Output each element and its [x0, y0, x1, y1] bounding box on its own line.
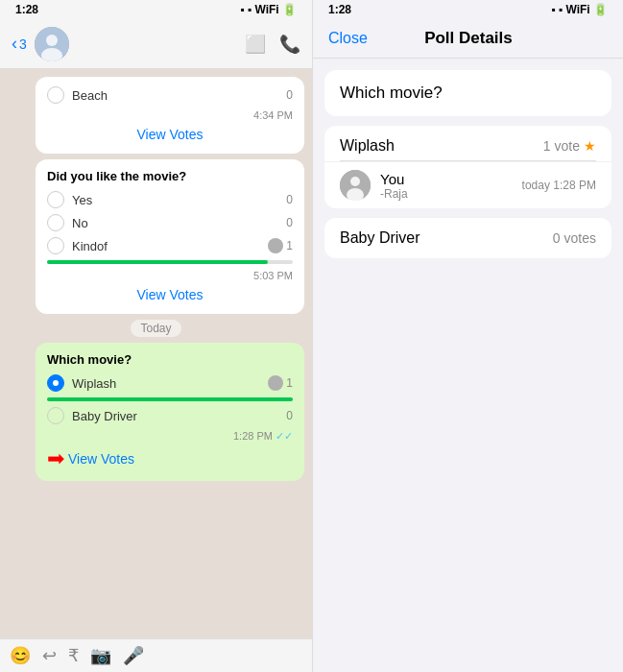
babydriver-count-text: 0 votes — [553, 230, 596, 246]
wiplash-option-header: Wiplash 1 vote ★ — [324, 126, 611, 160]
option-count-wiplash: 1 — [268, 375, 293, 391]
option-label-babydriver: Baby Driver — [72, 409, 137, 423]
wiplash-progress-fill — [47, 397, 293, 401]
poll-details-title: Poll Details — [424, 29, 513, 48]
radio-wiplash — [47, 374, 64, 392]
option-label-yes: Yes — [72, 193, 92, 207]
right-status-icons: ▪ ▪ WiFi 🔋 — [551, 3, 608, 16]
close-button[interactable]: Close — [328, 30, 368, 47]
star-icon: ★ — [584, 138, 596, 154]
poll-option-babydriver[interactable]: Baby Driver 0 — [47, 407, 293, 424]
left-time: 1:28 — [15, 3, 38, 16]
today-divider: Today — [8, 322, 304, 335]
wiplash-user-avatar — [268, 375, 283, 391]
back-button[interactable]: ‹ 3 — [12, 34, 27, 54]
svg-point-4 — [350, 177, 360, 186]
emoji-icon[interactable]: 😊 — [10, 645, 31, 666]
right-time: 1:28 — [328, 3, 351, 16]
chat-input-bar: 😊 ↩ ₹ 📷 🎤 — [0, 638, 312, 672]
msg1-time: 4:34 PM — [47, 109, 293, 121]
camera-icon[interactable]: 📷 — [90, 645, 111, 666]
poll-option-wiplash[interactable]: Wiplash 1 — [47, 374, 293, 392]
voter-name-you: You — [380, 171, 513, 187]
option-count-beach: 0 — [286, 88, 293, 102]
option-count-yes: 0 — [286, 193, 293, 206]
chat-bottom-icons: 😊 ↩ ₹ 📷 🎤 — [10, 645, 144, 666]
chat-messages: Beach 0 4:34 PM View Votes Did you like … — [0, 69, 312, 638]
poll-option-yes[interactable]: Yes 0 — [47, 191, 293, 208]
poll-question-card: Which movie? — [324, 70, 611, 116]
wiplash-count-text: 1 vote — [543, 138, 580, 154]
view-votes-row: ➡ View Votes — [47, 446, 293, 471]
mic-icon[interactable]: 🎤 — [123, 645, 144, 666]
user-avatar-tiny — [268, 238, 283, 253]
babydriver-vote-count: 0 votes — [553, 230, 596, 246]
contact-avatar — [35, 27, 69, 61]
left-status-icons: ▪ ▪ WiFi 🔋 — [240, 3, 297, 16]
green-poll-question: Which movie? — [47, 352, 293, 367]
left-chat-panel: 1:28 ▪ ▪ WiFi 🔋 ‹ 3 ⬜ 📞 Beach 0 — [0, 0, 312, 672]
wiplash-vote-count: 1 vote ★ — [543, 138, 596, 154]
attach-icon[interactable]: ₹ — [68, 645, 79, 666]
poll-message-green: Which movie? Wiplash 1 Baby Driver 0 1:2… — [36, 343, 304, 481]
radio-kindof — [47, 237, 64, 254]
voter-avatar-you — [340, 170, 371, 201]
today-label: Today — [131, 320, 180, 337]
view-votes-btn-1[interactable]: View Votes — [47, 121, 293, 144]
left-status-bar: 1:28 ▪ ▪ WiFi 🔋 — [0, 0, 312, 19]
view-votes-btn-2[interactable]: View Votes — [47, 281, 293, 304]
view-votes-btn-green[interactable]: View Votes — [68, 451, 134, 467]
voter-handle-you: -Raja — [380, 187, 513, 201]
back-count: 3 — [19, 36, 27, 52]
chat-header: ‹ 3 ⬜ 📞 — [0, 19, 312, 69]
radio-no — [47, 214, 64, 231]
poll-message-2: Did you like the movie? Yes 0 No 0 Kindo… — [36, 159, 304, 314]
poll-option-kindof[interactable]: Kindof 1 — [47, 237, 293, 254]
poll-details-content: Which movie? Wiplash 1 vote ★ — [313, 59, 623, 672]
option-label-wiplash: Wiplash — [72, 376, 116, 391]
voter-info-you: You -Raja — [380, 171, 513, 201]
babydriver-option-name: Baby Driver — [340, 229, 420, 247]
radio-babydriver — [47, 407, 64, 424]
option-count-babydriver: 0 — [286, 409, 293, 422]
header-action-icons: ⬜ 📞 — [245, 34, 300, 55]
svg-point-1 — [46, 35, 58, 46]
kindof-progress — [47, 260, 293, 264]
option-label-beach: Beach — [72, 88, 108, 103]
read-receipt: ✓✓ — [276, 430, 293, 442]
poll-option-no[interactable]: No 0 — [47, 214, 293, 231]
green-msg-time: 1:28 PM ✓✓ — [47, 430, 293, 443]
voter-row-you: You -Raja today 1:28 PM — [324, 161, 611, 208]
right-panel: 1:28 ▪ ▪ WiFi 🔋 Close Poll Details Which… — [312, 0, 623, 672]
option-label-no: No — [72, 216, 88, 230]
option-count-kindof: 1 — [268, 238, 293, 253]
babydriver-votes-section: Baby Driver 0 votes — [324, 218, 611, 258]
wiplash-progress — [47, 397, 293, 401]
reply-icon[interactable]: ↩ — [42, 645, 57, 666]
poll-message-1: Beach 0 4:34 PM View Votes — [36, 77, 304, 154]
radio-beach — [47, 86, 64, 104]
msg2-time: 5:03 PM — [47, 270, 293, 281]
red-arrow-icon: ➡ — [47, 446, 64, 471]
kindof-progress-fill — [47, 260, 268, 264]
poll-details-header: Close Poll Details — [313, 19, 623, 59]
phone-icon[interactable]: 📞 — [279, 34, 300, 55]
poll-question-2: Did you like the movie? — [47, 169, 293, 183]
video-call-icon[interactable]: ⬜ — [245, 34, 266, 55]
option-label-kindof: Kindof — [72, 239, 108, 253]
wiplash-votes-section: Wiplash 1 vote ★ You -Raja — [324, 126, 611, 208]
option-count-no: 0 — [286, 216, 293, 229]
wiplash-option-name: Wiplash — [340, 137, 395, 155]
voter-time-you: today 1:28 PM — [522, 179, 596, 192]
poll-question-display: Which movie? — [340, 84, 596, 103]
chevron-left-icon: ‹ — [12, 34, 17, 54]
poll-option-beach[interactable]: Beach 0 — [47, 86, 293, 104]
right-status-bar: 1:28 ▪ ▪ WiFi 🔋 — [313, 0, 623, 19]
radio-yes — [47, 191, 64, 208]
